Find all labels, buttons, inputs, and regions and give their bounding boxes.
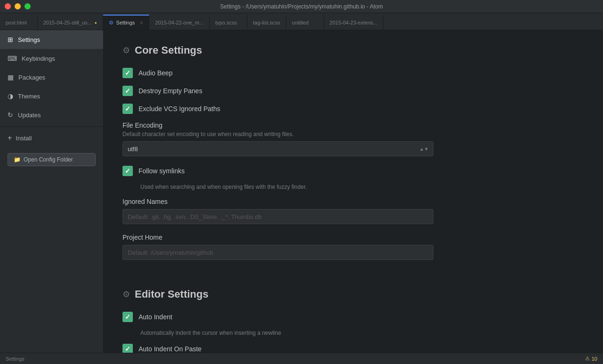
close-button[interactable] (5, 3, 11, 9)
section-gap (122, 269, 584, 288)
warning-count: 10 (592, 356, 597, 362)
checkmark-icon: ✓ (125, 167, 130, 175)
sidebar-item-settings[interactable]: ⊞ Settings (0, 30, 103, 49)
tab-post-html[interactable]: post.html (0, 16, 38, 30)
ignored-names-setting: Ignored Names (122, 198, 584, 224)
sidebar-item-updates[interactable]: ↻ Updates (0, 105, 103, 124)
tab-typo-scss[interactable]: typo.scss (210, 16, 247, 30)
folder-icon: 📁 (14, 156, 21, 163)
sidebar: ⊞ Settings ⌨ Keybindings ▦ Packages ◑ Th… (0, 30, 104, 353)
settings-tab-icon: ⚙ (109, 20, 114, 26)
destroy-empty-panes-setting: ✓ Destroy Empty Panes (122, 86, 584, 96)
destroy-empty-panes-checkbox[interactable]: ✓ (122, 86, 133, 96)
tab-label: untitled (292, 20, 309, 25)
destroy-empty-panes-label: Destroy Empty Panes (139, 87, 202, 95)
auto-indent-setting: ✓ Auto Indent Automatically indent the c… (122, 312, 584, 336)
sidebar-item-keybindings[interactable]: ⌨ Keybindings (0, 49, 103, 68)
open-config-label: Open Config Folder (24, 156, 73, 163)
tab-label: post.html (6, 20, 27, 25)
checkmark-icon: ✓ (125, 313, 130, 321)
status-bar: Settings ⚠ 10 (0, 353, 603, 364)
minimize-button[interactable] (15, 3, 21, 9)
tab-label: Settings (116, 20, 135, 25)
editor-settings-gear-icon: ⚙ (122, 289, 130, 299)
sidebar-item-label: Packages (18, 74, 45, 81)
auto-indent-row: ✓ Auto Indent (122, 312, 584, 322)
project-home-label: Project Home (122, 234, 584, 241)
audio-beep-setting: ✓ Audio Beep (122, 68, 584, 78)
tab-close-icon[interactable]: ✕ (139, 20, 143, 25)
sidebar-item-install[interactable]: + Install (0, 129, 103, 147)
tab-bar: post.html 2015-04-25-still_us... ● ⚙ Set… (0, 13, 603, 30)
tab-2015-04-22[interactable]: 2015-04-22-one_m... (149, 16, 210, 30)
follow-symlinks-setting: ✓ Follow symlinks Used when searching an… (122, 166, 584, 190)
install-label: Install (16, 135, 32, 142)
auto-indent-label: Auto Indent (139, 313, 172, 321)
status-warning: ⚠ 10 (585, 356, 597, 362)
follow-symlinks-label: Follow symlinks (139, 167, 185, 175)
file-encoding-select[interactable]: utf8 utf16 ascii (122, 141, 433, 156)
checkmark-icon: ✓ (125, 69, 130, 77)
auto-indent-on-paste-setting: ✓ Auto Indent On Paste (122, 344, 584, 353)
status-label: Settings (6, 356, 24, 362)
exclude-vcs-setting: ✓ Exclude VCS Ignored Paths (122, 104, 584, 114)
ignored-names-label: Ignored Names (122, 198, 584, 205)
window-title: Settings - /Users/ymatuhin/Projects/my/y… (220, 3, 383, 10)
sidebar-item-label: Themes (18, 93, 40, 100)
themes-icon: ◑ (8, 92, 13, 100)
settings-icon: ⊞ (8, 36, 13, 43)
tab-label: 2015-04-22-one_m... (155, 20, 204, 25)
follow-symlinks-checkbox[interactable]: ✓ (122, 166, 133, 176)
core-settings-gear-icon: ⚙ (122, 45, 130, 56)
tab-modified-indicator: ● (95, 21, 97, 25)
checkmark-icon: ✓ (125, 105, 130, 113)
project-home-input[interactable] (122, 245, 433, 260)
core-settings-title: Core Settings (135, 44, 202, 57)
tab-label: 2015-04-25-still_us... (43, 20, 92, 25)
warning-icon: ⚠ (585, 356, 590, 362)
checkmark-icon: ✓ (125, 345, 130, 353)
exclude-vcs-checkbox[interactable]: ✓ (122, 104, 133, 114)
core-settings-header: ⚙ Core Settings (122, 44, 584, 57)
project-home-setting: Project Home (122, 234, 584, 260)
tab-untitled[interactable]: untitled (286, 16, 324, 30)
editor-settings-title: Editor Settings (135, 288, 208, 300)
traffic-lights[interactable] (5, 3, 31, 9)
follow-symlinks-row: ✓ Follow symlinks (122, 166, 584, 176)
updates-icon: ↻ (8, 111, 13, 119)
tab-label: typo.scss (215, 20, 237, 25)
sidebar-divider (0, 126, 103, 127)
tab-2015-04-25[interactable]: 2015-04-25-still_us... ● (38, 16, 103, 30)
main-area: ⊞ Settings ⌨ Keybindings ▦ Packages ◑ Th… (0, 30, 603, 353)
ignored-names-input[interactable] (122, 209, 433, 224)
exclude-vcs-label: Exclude VCS Ignored Paths (139, 105, 220, 113)
file-encoding-select-wrapper: utf8 utf16 ascii ▲▼ (122, 141, 433, 156)
audio-beep-checkbox[interactable]: ✓ (122, 68, 133, 78)
auto-indent-description: Automatically indent the cursor when ins… (140, 330, 584, 336)
file-encoding-description: Default character set encoding to use wh… (122, 131, 584, 138)
editor-settings-header: ⚙ Editor Settings (122, 288, 584, 300)
auto-indent-checkbox[interactable]: ✓ (122, 312, 133, 322)
file-encoding-label: File Encoding (122, 121, 584, 129)
maximize-button[interactable] (24, 3, 31, 9)
open-config-folder-button[interactable]: 📁 Open Config Folder (8, 153, 96, 166)
packages-icon: ▦ (8, 73, 14, 81)
settings-content: ⚙ Core Settings ✓ Audio Beep ✓ Destroy E… (104, 30, 603, 353)
tab-label: tag-list.scss (253, 20, 280, 25)
auto-indent-on-paste-checkbox[interactable]: ✓ (122, 344, 133, 353)
tab-settings[interactable]: ⚙ Settings ✕ (103, 15, 150, 30)
sidebar-item-label: Updates (18, 112, 41, 119)
sidebar-item-themes[interactable]: ◑ Themes (0, 87, 103, 105)
audio-beep-label: Audio Beep (139, 69, 172, 77)
sidebar-item-label: Keybindings (22, 55, 55, 62)
tab-tag-list-scss[interactable]: tag-list.scss (247, 16, 286, 30)
file-encoding-setting: File Encoding Default character set enco… (122, 121, 584, 156)
checkmark-icon: ✓ (125, 87, 130, 95)
auto-indent-on-paste-label: Auto Indent On Paste (139, 345, 202, 353)
install-plus-icon: + (8, 134, 12, 142)
sidebar-item-packages[interactable]: ▦ Packages (0, 68, 103, 87)
title-bar: Settings - /Users/ymatuhin/Projects/my/y… (0, 0, 603, 13)
follow-symlinks-description: Used when searching and when opening fil… (140, 184, 584, 190)
tab-2015-04-23[interactable]: 2015-04-23-extens... (324, 16, 384, 30)
sidebar-item-label: Settings (18, 36, 40, 43)
